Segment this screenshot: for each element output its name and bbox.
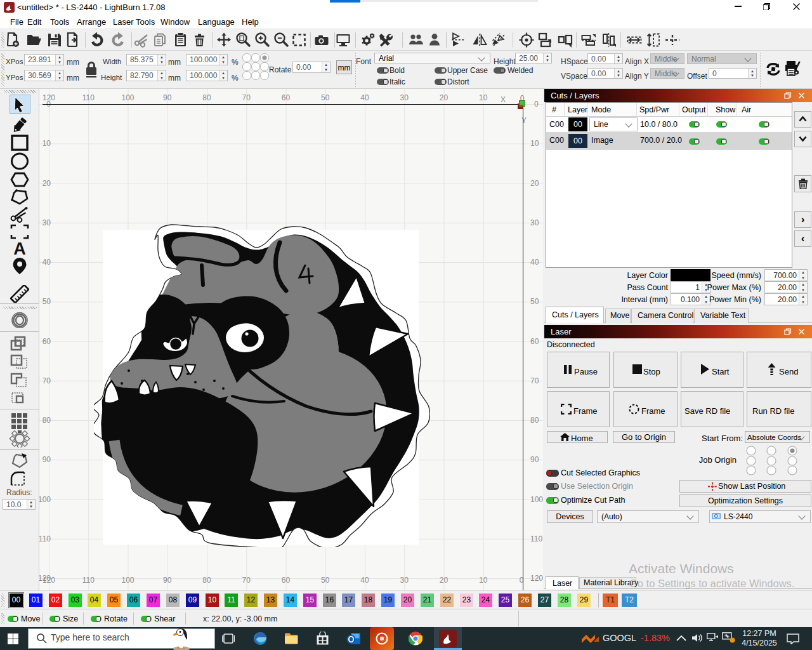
svg-text:A: A [13, 239, 26, 257]
